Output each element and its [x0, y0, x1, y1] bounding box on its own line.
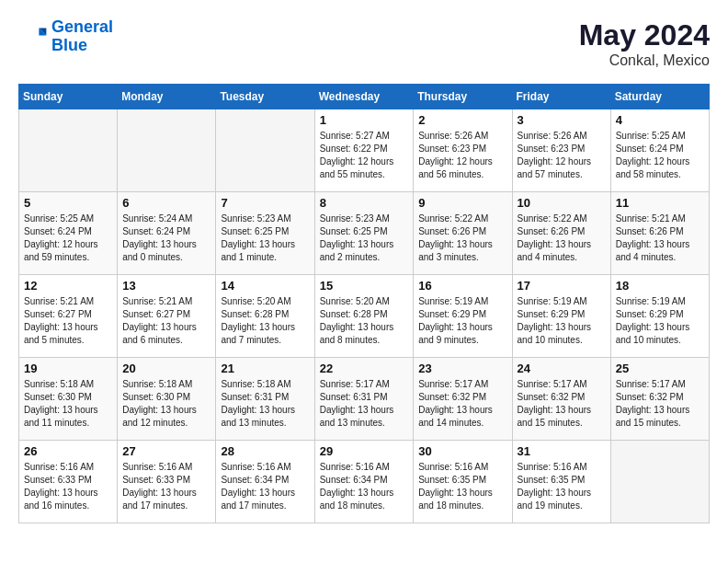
- day-info: Sunrise: 5:21 AM Sunset: 6:26 PM Dayligh…: [616, 213, 704, 264]
- day-number: 13: [122, 279, 210, 293]
- day-info: Sunrise: 5:20 AM Sunset: 6:28 PM Dayligh…: [320, 295, 409, 347]
- day-info: Sunrise: 5:19 AM Sunset: 6:29 PM Dayligh…: [518, 295, 606, 347]
- day-number: 5: [24, 196, 112, 210]
- calendar-day-cell: 27Sunrise: 5:16 AM Sunset: 6:33 PM Dayli…: [118, 441, 216, 523]
- calendar-day-cell: 5Sunrise: 5:25 AM Sunset: 6:24 PM Daylig…: [19, 192, 118, 275]
- day-info: Sunrise: 5:16 AM Sunset: 6:33 PM Dayligh…: [122, 461, 210, 512]
- day-info: Sunrise: 5:20 AM Sunset: 6:28 PM Dayligh…: [221, 295, 309, 347]
- day-number: 1: [320, 113, 409, 127]
- calendar-day-cell: 7Sunrise: 5:23 AM Sunset: 6:25 PM Daylig…: [216, 192, 314, 275]
- day-info: Sunrise: 5:19 AM Sunset: 6:29 PM Dayligh…: [418, 295, 506, 347]
- day-number: 17: [518, 279, 606, 293]
- calendar-day-cell: [19, 109, 118, 192]
- day-number: 9: [418, 196, 506, 210]
- calendar-day-cell: 18Sunrise: 5:19 AM Sunset: 6:29 PM Dayli…: [610, 275, 709, 358]
- day-info: Sunrise: 5:26 AM Sunset: 6:23 PM Dayligh…: [418, 130, 506, 181]
- calendar-day-cell: 3Sunrise: 5:26 AM Sunset: 6:23 PM Daylig…: [512, 109, 610, 192]
- day-info: Sunrise: 5:21 AM Sunset: 6:27 PM Dayligh…: [122, 295, 210, 347]
- day-info: Sunrise: 5:16 AM Sunset: 6:34 PM Dayligh…: [320, 461, 409, 512]
- day-number: 6: [122, 196, 210, 210]
- calendar-day-cell: 21Sunrise: 5:18 AM Sunset: 6:31 PM Dayli…: [216, 358, 314, 441]
- day-info: Sunrise: 5:17 AM Sunset: 6:31 PM Dayligh…: [320, 378, 409, 430]
- day-info: Sunrise: 5:18 AM Sunset: 6:30 PM Dayligh…: [122, 378, 210, 430]
- calendar-day-cell: [118, 109, 216, 192]
- calendar-day-cell: 2Sunrise: 5:26 AM Sunset: 6:23 PM Daylig…: [414, 109, 512, 192]
- weekday-header: Sunday: [19, 85, 118, 109]
- calendar-day-cell: 29Sunrise: 5:16 AM Sunset: 6:34 PM Dayli…: [314, 441, 414, 523]
- calendar-week-row: 19Sunrise: 5:18 AM Sunset: 6:30 PM Dayli…: [19, 358, 710, 441]
- day-number: 4: [616, 113, 704, 127]
- logo-line2: Blue: [51, 36, 87, 54]
- day-number: 28: [221, 444, 309, 458]
- month-year: May 2024: [579, 18, 710, 52]
- day-info: Sunrise: 5:18 AM Sunset: 6:31 PM Dayligh…: [221, 378, 309, 430]
- day-number: 24: [518, 362, 606, 375]
- calendar-day-cell: 17Sunrise: 5:19 AM Sunset: 6:29 PM Dayli…: [512, 275, 610, 358]
- day-number: 26: [24, 444, 112, 458]
- calendar-day-cell: 6Sunrise: 5:24 AM Sunset: 6:24 PM Daylig…: [118, 192, 216, 275]
- day-info: Sunrise: 5:23 AM Sunset: 6:25 PM Dayligh…: [320, 213, 409, 264]
- day-info: Sunrise: 5:17 AM Sunset: 6:32 PM Dayligh…: [518, 378, 606, 430]
- calendar-day-cell: 19Sunrise: 5:18 AM Sunset: 6:30 PM Dayli…: [19, 358, 118, 441]
- weekday-header: Monday: [118, 85, 216, 109]
- weekday-header: Thursday: [414, 85, 512, 109]
- day-number: 30: [418, 444, 506, 458]
- calendar-day-cell: 31Sunrise: 5:16 AM Sunset: 6:35 PM Dayli…: [512, 441, 610, 523]
- location: Conkal, Mexico: [579, 52, 710, 69]
- weekday-header: Tuesday: [216, 85, 314, 109]
- day-info: Sunrise: 5:16 AM Sunset: 6:35 PM Dayligh…: [518, 461, 606, 512]
- calendar-week-row: 5Sunrise: 5:25 AM Sunset: 6:24 PM Daylig…: [19, 192, 710, 275]
- day-number: 27: [122, 444, 210, 458]
- calendar-week-row: 26Sunrise: 5:16 AM Sunset: 6:33 PM Dayli…: [19, 441, 710, 523]
- calendar-day-cell: 25Sunrise: 5:17 AM Sunset: 6:32 PM Dayli…: [610, 358, 709, 441]
- day-number: 12: [24, 279, 112, 293]
- day-info: Sunrise: 5:22 AM Sunset: 6:26 PM Dayligh…: [518, 213, 606, 264]
- calendar-day-cell: [216, 109, 314, 192]
- day-info: Sunrise: 5:26 AM Sunset: 6:23 PM Dayligh…: [518, 130, 606, 181]
- day-number: 19: [24, 362, 112, 375]
- day-number: 22: [320, 362, 409, 375]
- day-info: Sunrise: 5:19 AM Sunset: 6:29 PM Dayligh…: [616, 295, 704, 347]
- day-number: 11: [616, 196, 704, 210]
- calendar-day-cell: 15Sunrise: 5:20 AM Sunset: 6:28 PM Dayli…: [314, 275, 414, 358]
- calendar-day-cell: 8Sunrise: 5:23 AM Sunset: 6:25 PM Daylig…: [314, 192, 414, 275]
- calendar-day-cell: 30Sunrise: 5:16 AM Sunset: 6:35 PM Dayli…: [414, 441, 512, 523]
- calendar-header-row: SundayMondayTuesdayWednesdayThursdayFrid…: [19, 85, 710, 109]
- calendar-day-cell: 14Sunrise: 5:20 AM Sunset: 6:28 PM Dayli…: [216, 275, 314, 358]
- day-number: 20: [122, 362, 210, 375]
- day-info: Sunrise: 5:16 AM Sunset: 6:34 PM Dayligh…: [221, 461, 309, 512]
- weekday-header: Saturday: [610, 85, 709, 109]
- day-number: 29: [320, 444, 409, 458]
- logo-icon: [18, 22, 48, 52]
- page-header: General Blue May 2024 Conkal, Mexico: [18, 18, 710, 69]
- logo-line1: General: [51, 17, 113, 36]
- logo-text: General Blue: [51, 18, 113, 55]
- calendar-day-cell: 13Sunrise: 5:21 AM Sunset: 6:27 PM Dayli…: [118, 275, 216, 358]
- calendar-day-cell: 28Sunrise: 5:16 AM Sunset: 6:34 PM Dayli…: [216, 441, 314, 523]
- weekday-header: Friday: [512, 85, 610, 109]
- calendar-week-row: 1Sunrise: 5:27 AM Sunset: 6:22 PM Daylig…: [19, 109, 710, 192]
- day-info: Sunrise: 5:16 AM Sunset: 6:33 PM Dayligh…: [24, 461, 112, 512]
- day-info: Sunrise: 5:17 AM Sunset: 6:32 PM Dayligh…: [616, 378, 704, 430]
- calendar-day-cell: 10Sunrise: 5:22 AM Sunset: 6:26 PM Dayli…: [512, 192, 610, 275]
- day-number: 7: [221, 196, 309, 210]
- calendar-day-cell: 22Sunrise: 5:17 AM Sunset: 6:31 PM Dayli…: [314, 358, 414, 441]
- day-info: Sunrise: 5:23 AM Sunset: 6:25 PM Dayligh…: [221, 213, 309, 264]
- day-number: 3: [518, 113, 606, 127]
- calendar-day-cell: 20Sunrise: 5:18 AM Sunset: 6:30 PM Dayli…: [118, 358, 216, 441]
- calendar-day-cell: 16Sunrise: 5:19 AM Sunset: 6:29 PM Dayli…: [414, 275, 512, 358]
- day-info: Sunrise: 5:21 AM Sunset: 6:27 PM Dayligh…: [24, 295, 112, 347]
- day-number: 31: [518, 444, 606, 458]
- day-number: 25: [616, 362, 704, 375]
- day-info: Sunrise: 5:24 AM Sunset: 6:24 PM Dayligh…: [122, 213, 210, 264]
- day-number: 2: [418, 113, 506, 127]
- day-info: Sunrise: 5:16 AM Sunset: 6:35 PM Dayligh…: [418, 461, 506, 512]
- calendar-day-cell: 9Sunrise: 5:22 AM Sunset: 6:26 PM Daylig…: [414, 192, 512, 275]
- weekday-header: Wednesday: [314, 85, 414, 109]
- day-info: Sunrise: 5:25 AM Sunset: 6:24 PM Dayligh…: [24, 213, 112, 264]
- day-info: Sunrise: 5:27 AM Sunset: 6:22 PM Dayligh…: [320, 130, 409, 181]
- day-info: Sunrise: 5:17 AM Sunset: 6:32 PM Dayligh…: [418, 378, 506, 430]
- calendar-day-cell: [610, 441, 709, 523]
- day-number: 21: [221, 362, 309, 375]
- day-number: 8: [320, 196, 409, 210]
